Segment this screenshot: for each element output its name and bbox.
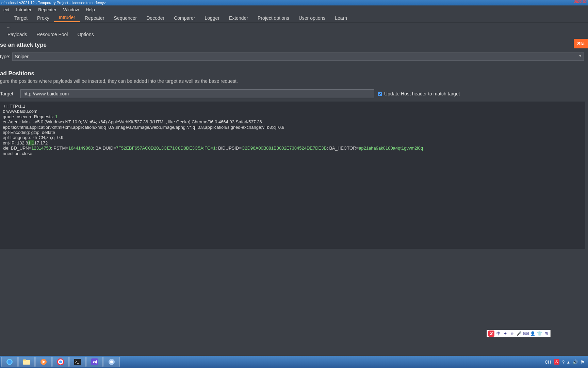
date-stamp: 2022-02 <box>574 0 587 4</box>
svg-point-8 <box>59 361 62 363</box>
start-attack-button[interactable]: Sta <box>574 39 588 48</box>
positions-title: ad Positions <box>0 70 585 77</box>
main-tabs: Target Proxy Intruder Repeater Sequencer… <box>0 14 588 22</box>
attack-type-select[interactable]: Sniper <box>12 52 584 61</box>
taskbar-sublime[interactable] <box>86 357 103 367</box>
menu-repeater[interactable]: Repeater <box>35 5 60 14</box>
update-host-checkbox[interactable] <box>378 92 382 96</box>
folder-icon <box>23 359 30 365</box>
svg-rect-3 <box>23 359 26 361</box>
tray-volume-icon[interactable]: 🔊 <box>572 359 578 365</box>
ime-lang-icon[interactable]: 中 <box>496 331 501 336</box>
title-bar: ofessional v2021.12 - Temporary Project … <box>0 0 588 5</box>
tab-project-options[interactable]: Project options <box>253 14 294 22</box>
target-input[interactable] <box>20 89 374 98</box>
chrome-icon <box>57 358 64 365</box>
tab-logger[interactable]: Logger <box>200 14 224 22</box>
tab-decoder[interactable]: Decoder <box>142 14 169 22</box>
ime-logo-icon[interactable]: S <box>488 331 494 337</box>
tab-learn[interactable]: Learn <box>330 14 352 22</box>
tab-repeater[interactable]: Repeater <box>80 14 109 22</box>
tab-user-options[interactable]: User options <box>294 14 330 22</box>
target-label: Target: <box>0 91 17 96</box>
ime-tools-icon[interactable]: ⊞ <box>543 331 549 336</box>
menu-help[interactable]: Help <box>82 5 98 14</box>
system-tray: CH S ? ▴ 🔊 ⚑ <box>545 359 587 365</box>
tab-extender[interactable]: Extender <box>224 14 253 22</box>
content-area: se an attack type type: Sniper Sta ad Po… <box>0 39 588 356</box>
ime-punct-icon[interactable]: ✦ <box>503 331 508 336</box>
attack-tab-menu[interactable]: ... <box>7 24 11 29</box>
tab-resource-pool[interactable]: Resource Pool <box>32 30 73 39</box>
menu-project[interactable]: ect <box>0 5 13 14</box>
windows-icon <box>6 358 13 365</box>
attack-type-title: se an attack type <box>0 42 585 48</box>
taskbar-chromium[interactable] <box>103 357 120 367</box>
svg-point-13 <box>110 361 113 363</box>
play-icon <box>40 358 47 365</box>
tab-sequencer[interactable]: Sequencer <box>109 14 142 22</box>
taskbar-media[interactable] <box>35 357 52 367</box>
tab-intruder[interactable]: Intruder <box>54 14 80 22</box>
ime-skin-icon[interactable]: 👕 <box>537 331 542 336</box>
ime-user-icon[interactable]: 👤 <box>530 331 535 336</box>
ime-emoji-icon[interactable]: ☺ <box>509 331 515 336</box>
tab-target[interactable]: Target <box>10 14 32 22</box>
taskbar-chrome[interactable] <box>52 357 69 367</box>
svg-text:>_: >_ <box>75 360 79 364</box>
ime-keyboard-icon[interactable]: ⌨ <box>523 331 528 336</box>
tab-dashboard[interactable] <box>0 14 10 22</box>
intruder-inner-tabs: Payloads Resource Pool Options <box>0 30 588 39</box>
sublime-icon <box>91 358 98 365</box>
tab-comparer[interactable]: Comparer <box>169 14 200 22</box>
taskbar: >_ CH S ? ▴ 🔊 ⚑ <box>0 356 588 368</box>
tray-help-icon[interactable]: ? <box>562 359 565 365</box>
window-title: ofessional v2021.12 - Temporary Project … <box>1 1 106 5</box>
tab-options[interactable]: Options <box>72 30 98 39</box>
menu-bar: ect Intruder Repeater Window Help <box>0 5 588 14</box>
taskbar-start-button[interactable] <box>1 357 18 367</box>
tab-proxy[interactable]: Proxy <box>32 14 54 22</box>
update-host-label: Update Host header to match target <box>384 91 460 96</box>
tray-lang[interactable]: CH <box>545 359 551 365</box>
tray-flag-icon[interactable]: ⚑ <box>581 359 585 365</box>
chromium-icon <box>108 358 115 365</box>
positions-desc: gure the positions where payloads will b… <box>0 78 585 84</box>
attack-tabs: ... <box>0 22 588 30</box>
svg-point-1 <box>7 360 12 364</box>
taskbar-explorer[interactable] <box>18 357 35 367</box>
ime-voice-icon[interactable]: 🎤 <box>516 331 522 336</box>
ime-toolbar[interactable]: S 中 ✦ ☺ 🎤 ⌨ 👤 👕 ⊞ <box>487 330 551 337</box>
request-editor[interactable]: / HTTP/1.1 t: www.baidu.com grade-Insecu… <box>0 102 585 249</box>
attack-type-label: type: <box>0 54 10 59</box>
menu-intruder[interactable]: Intruder <box>13 5 35 14</box>
tray-chevron-icon[interactable]: ▴ <box>567 359 570 365</box>
tab-payloads[interactable]: Payloads <box>3 30 32 39</box>
menu-window[interactable]: Window <box>60 5 82 14</box>
terminal-icon: >_ <box>74 359 81 365</box>
tray-ime-icon[interactable]: S <box>554 359 559 365</box>
taskbar-terminal[interactable]: >_ <box>69 357 86 367</box>
